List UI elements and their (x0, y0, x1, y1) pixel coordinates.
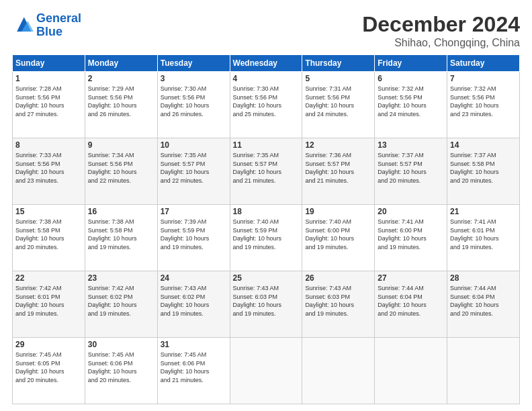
calendar-cell: 16Sunrise: 7:38 AM Sunset: 5:58 PM Dayli… (85, 205, 157, 271)
day-info: Sunrise: 7:34 AM Sunset: 5:56 PM Dayligh… (88, 151, 154, 185)
day-number: 6 (378, 74, 444, 83)
calendar-cell: 11Sunrise: 7:35 AM Sunset: 5:57 PM Dayli… (230, 138, 302, 205)
day-number: 24 (161, 273, 227, 283)
calendar-cell: 3Sunrise: 7:30 AM Sunset: 5:56 PM Daylig… (157, 72, 230, 138)
calendar: Sunday Monday Tuesday Wednesday Thursday… (12, 54, 520, 404)
day-number: 11 (233, 140, 300, 150)
calendar-cell: 2Sunrise: 7:29 AM Sunset: 5:56 PM Daylig… (85, 72, 157, 138)
calendar-cell: 5Sunrise: 7:31 AM Sunset: 5:56 PM Daylig… (302, 72, 375, 138)
day-number: 18 (233, 207, 300, 216)
calendar-cell: 13Sunrise: 7:37 AM Sunset: 5:57 PM Dayli… (375, 138, 447, 205)
day-number: 26 (305, 273, 371, 283)
day-number: 7 (450, 74, 517, 83)
day-number: 9 (88, 140, 154, 150)
day-info: Sunrise: 7:45 AM Sunset: 6:05 PM Dayligh… (15, 351, 82, 384)
day-info: Sunrise: 7:30 AM Sunset: 5:56 PM Dayligh… (233, 85, 300, 118)
day-number: 23 (88, 273, 154, 283)
day-number: 21 (450, 207, 517, 216)
day-number: 15 (15, 207, 82, 216)
calendar-cell: 6Sunrise: 7:32 AM Sunset: 5:56 PM Daylig… (375, 72, 447, 138)
day-number: 2 (88, 74, 154, 83)
day-number: 1 (15, 74, 82, 83)
day-number: 17 (161, 207, 227, 216)
day-info: Sunrise: 7:44 AM Sunset: 6:04 PM Dayligh… (378, 284, 444, 318)
calendar-row: 1Sunrise: 7:28 AM Sunset: 5:56 PM Daylig… (13, 72, 520, 138)
header-tuesday: Tuesday (157, 55, 230, 72)
day-info: Sunrise: 7:32 AM Sunset: 5:56 PM Dayligh… (378, 85, 444, 118)
day-number: 25 (233, 273, 300, 283)
day-info: Sunrise: 7:35 AM Sunset: 5:57 PM Dayligh… (161, 151, 227, 185)
day-info: Sunrise: 7:37 AM Sunset: 5:57 PM Dayligh… (378, 151, 444, 185)
day-info: Sunrise: 7:42 AM Sunset: 6:01 PM Dayligh… (15, 284, 82, 318)
logo-line1: General (36, 11, 81, 25)
day-info: Sunrise: 7:36 AM Sunset: 5:57 PM Dayligh… (305, 151, 371, 185)
calendar-cell: 4Sunrise: 7:30 AM Sunset: 5:56 PM Daylig… (230, 72, 302, 138)
calendar-cell: 20Sunrise: 7:41 AM Sunset: 6:00 PM Dayli… (375, 205, 447, 271)
header: General Blue December 2024 Shihao, Chong… (12, 12, 520, 49)
day-number: 13 (378, 140, 444, 150)
calendar-cell: 31Sunrise: 7:45 AM Sunset: 6:06 PM Dayli… (157, 338, 230, 404)
day-info: Sunrise: 7:28 AM Sunset: 5:56 PM Dayligh… (15, 85, 82, 118)
day-number: 4 (233, 74, 300, 83)
day-info: Sunrise: 7:41 AM Sunset: 6:00 PM Dayligh… (378, 218, 444, 251)
logo-line2: Blue (36, 25, 62, 38)
calendar-cell: 18Sunrise: 7:40 AM Sunset: 5:59 PM Dayli… (230, 205, 302, 271)
day-info: Sunrise: 7:32 AM Sunset: 5:56 PM Dayligh… (450, 85, 517, 118)
day-info: Sunrise: 7:38 AM Sunset: 5:58 PM Dayligh… (88, 218, 154, 251)
calendar-cell: 8Sunrise: 7:33 AM Sunset: 5:56 PM Daylig… (13, 138, 85, 205)
day-number: 5 (305, 74, 371, 83)
day-info: Sunrise: 7:43 AM Sunset: 6:03 PM Dayligh… (305, 284, 371, 318)
calendar-cell: 17Sunrise: 7:39 AM Sunset: 5:59 PM Dayli… (157, 205, 230, 271)
calendar-cell: 27Sunrise: 7:44 AM Sunset: 6:04 PM Dayli… (375, 271, 447, 338)
day-info: Sunrise: 7:35 AM Sunset: 5:57 PM Dayligh… (233, 151, 300, 185)
location: Shihao, Chongqing, China (362, 37, 520, 49)
day-number: 10 (161, 140, 227, 150)
header-sunday: Sunday (13, 55, 85, 72)
day-info: Sunrise: 7:43 AM Sunset: 6:03 PM Dayligh… (233, 284, 300, 318)
calendar-header-row: Sunday Monday Tuesday Wednesday Thursday… (13, 55, 520, 72)
day-info: Sunrise: 7:29 AM Sunset: 5:56 PM Dayligh… (88, 85, 154, 118)
day-number: 3 (161, 74, 227, 83)
title-block: December 2024 Shihao, Chongqing, China (362, 12, 520, 49)
calendar-cell: 29Sunrise: 7:45 AM Sunset: 6:05 PM Dayli… (13, 338, 85, 404)
page: General Blue December 2024 Shihao, Chong… (0, 0, 532, 411)
calendar-cell: 28Sunrise: 7:44 AM Sunset: 6:04 PM Dayli… (447, 271, 520, 338)
day-info: Sunrise: 7:31 AM Sunset: 5:56 PM Dayligh… (305, 85, 371, 118)
calendar-cell (375, 338, 447, 404)
calendar-row: 15Sunrise: 7:38 AM Sunset: 5:58 PM Dayli… (13, 205, 520, 271)
day-number: 31 (161, 340, 227, 349)
calendar-row: 8Sunrise: 7:33 AM Sunset: 5:56 PM Daylig… (13, 138, 520, 205)
day-info: Sunrise: 7:37 AM Sunset: 5:58 PM Dayligh… (450, 151, 517, 185)
header-friday: Friday (375, 55, 447, 72)
month-title: December 2024 (362, 12, 520, 37)
day-info: Sunrise: 7:40 AM Sunset: 6:00 PM Dayligh… (305, 218, 371, 251)
calendar-cell: 22Sunrise: 7:42 AM Sunset: 6:01 PM Dayli… (13, 271, 85, 338)
calendar-cell: 12Sunrise: 7:36 AM Sunset: 5:57 PM Dayli… (302, 138, 375, 205)
calendar-cell: 23Sunrise: 7:42 AM Sunset: 6:02 PM Dayli… (85, 271, 157, 338)
calendar-cell: 21Sunrise: 7:41 AM Sunset: 6:01 PM Dayli… (447, 205, 520, 271)
calendar-row: 22Sunrise: 7:42 AM Sunset: 6:01 PM Dayli… (13, 271, 520, 338)
header-monday: Monday (85, 55, 157, 72)
header-saturday: Saturday (447, 55, 520, 72)
day-number: 19 (305, 207, 371, 216)
calendar-cell: 15Sunrise: 7:38 AM Sunset: 5:58 PM Dayli… (13, 205, 85, 271)
calendar-cell: 25Sunrise: 7:43 AM Sunset: 6:03 PM Dayli… (230, 271, 302, 338)
calendar-cell (302, 338, 375, 404)
day-number: 20 (378, 207, 444, 216)
calendar-cell (447, 338, 520, 404)
header-wednesday: Wednesday (230, 55, 302, 72)
day-info: Sunrise: 7:42 AM Sunset: 6:02 PM Dayligh… (88, 284, 154, 318)
day-info: Sunrise: 7:44 AM Sunset: 6:04 PM Dayligh… (450, 284, 517, 318)
calendar-cell: 1Sunrise: 7:28 AM Sunset: 5:56 PM Daylig… (13, 72, 85, 138)
day-info: Sunrise: 7:43 AM Sunset: 6:02 PM Dayligh… (161, 284, 227, 318)
day-info: Sunrise: 7:39 AM Sunset: 5:59 PM Dayligh… (161, 218, 227, 251)
day-info: Sunrise: 7:41 AM Sunset: 6:01 PM Dayligh… (450, 218, 517, 251)
day-info: Sunrise: 7:38 AM Sunset: 5:58 PM Dayligh… (15, 218, 82, 251)
day-info: Sunrise: 7:45 AM Sunset: 6:06 PM Dayligh… (88, 351, 154, 384)
logo: General Blue (12, 12, 81, 39)
day-number: 22 (15, 273, 82, 283)
day-number: 16 (88, 207, 154, 216)
day-number: 12 (305, 140, 371, 150)
logo-text: General Blue (36, 12, 81, 39)
day-number: 28 (450, 273, 517, 283)
